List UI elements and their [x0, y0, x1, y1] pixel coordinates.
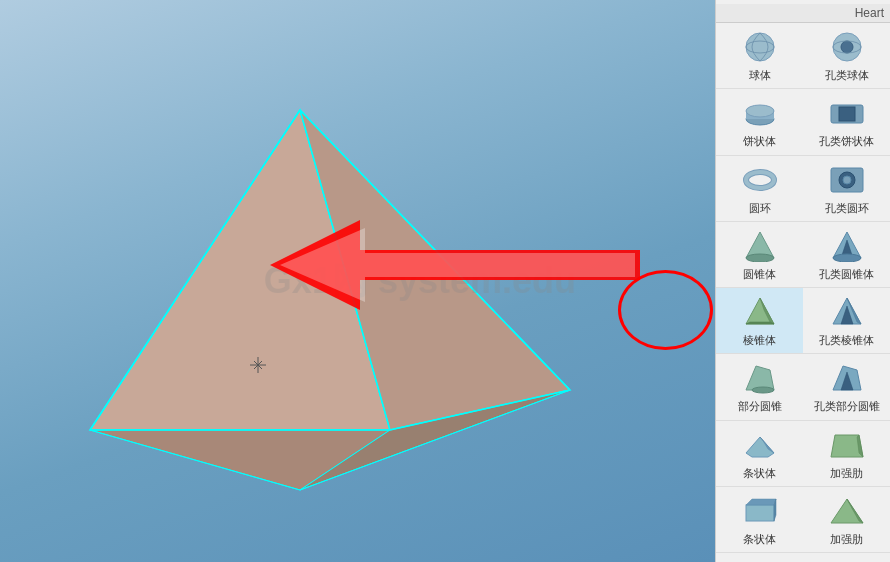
- svg-point-36: [833, 254, 861, 262]
- hole-pie-label: 孔类饼状体: [819, 134, 874, 148]
- bar2-label: 条状体: [743, 532, 776, 546]
- sidebar-row-0: 球体 孔类球体: [716, 23, 890, 89]
- hole-prism-label: 孔类棱锥体: [819, 333, 874, 347]
- prism-icon: [740, 294, 780, 330]
- svg-rect-51: [746, 505, 774, 521]
- rib-icon: [827, 427, 867, 463]
- sidebar-row-6: 条状体 加强肋: [716, 421, 890, 487]
- svg-point-31: [843, 176, 851, 184]
- sidebar-item-partial-cone[interactable]: 部分圆锥: [716, 354, 803, 419]
- sidebar-item-bar2[interactable]: 条状体: [716, 487, 803, 552]
- sidebar-item-pie[interactable]: 饼状体: [716, 89, 803, 154]
- sidebar-item-hole-partial-cone[interactable]: 孔类部分圆锥: [803, 354, 890, 419]
- sidebar-row-5: 部分圆锥 孔类部分圆锥: [716, 354, 890, 420]
- partial-cone-icon: [740, 360, 780, 396]
- prism-label: 棱锥体: [743, 333, 776, 347]
- sidebar-item-bar[interactable]: 条状体: [716, 421, 803, 486]
- svg-point-44: [752, 387, 774, 393]
- pie-label: 饼状体: [743, 134, 776, 148]
- svg-marker-52: [746, 499, 776, 505]
- svg-point-17: [746, 33, 774, 61]
- svg-marker-39: [746, 322, 774, 324]
- svg-point-33: [746, 254, 774, 262]
- sidebar-item-sphere[interactable]: 球体: [716, 23, 803, 88]
- sidebar-item-rib[interactable]: 加强肋: [803, 421, 890, 486]
- svg-rect-26: [839, 107, 855, 121]
- right-sidebar: Heart 球体 孔类球体: [715, 0, 890, 562]
- hole-torus-label: 孔类圆环: [825, 201, 869, 215]
- sidebar-item-torus[interactable]: 圆环: [716, 156, 803, 221]
- sidebar-header: Heart: [716, 4, 890, 23]
- torus-icon: [740, 162, 780, 198]
- cone-icon: [740, 228, 780, 264]
- svg-point-24: [746, 105, 774, 117]
- cone-label: 圆锥体: [743, 267, 776, 281]
- rib2-icon: [827, 493, 867, 529]
- svg-marker-43: [746, 366, 774, 390]
- sidebar-row-2: 圆环 孔类圆环: [716, 156, 890, 222]
- hole-sphere-label: 孔类球体: [825, 68, 869, 82]
- hole-pie-icon: [827, 95, 867, 131]
- sidebar-row-1: 饼状体 孔类饼状体: [716, 89, 890, 155]
- sidebar-item-hole-prism[interactable]: 孔类棱锥体: [803, 288, 890, 353]
- sidebar-row-3: 圆锥体 孔类圆锥体: [716, 222, 890, 288]
- heart-label: Heart: [855, 6, 884, 20]
- hole-cone-label: 孔类圆锥体: [819, 267, 874, 281]
- hole-partial-cone-label: 孔类部分圆锥: [814, 399, 880, 413]
- hole-partial-cone-icon: [827, 360, 867, 396]
- sidebar-item-prism[interactable]: 棱锥体: [716, 288, 803, 353]
- sphere-icon: [740, 29, 780, 65]
- hole-sphere-icon: [827, 29, 867, 65]
- bar-label: 条状体: [743, 466, 776, 480]
- sidebar-item-cone[interactable]: 圆锥体: [716, 222, 803, 287]
- 3d-viewport[interactable]: Gx1网 system.edu: [0, 0, 715, 562]
- hole-torus-icon: [827, 162, 867, 198]
- sidebar-row-7: 条状体 加强肋: [716, 487, 890, 553]
- pie-icon: [740, 95, 780, 131]
- rib2-label: 加强肋: [830, 532, 863, 546]
- svg-point-20: [841, 41, 853, 53]
- sidebar-item-hole-sphere[interactable]: 孔类球体: [803, 23, 890, 88]
- torus-label: 圆环: [749, 201, 771, 215]
- hole-prism-icon: [827, 294, 867, 330]
- sphere-label: 球体: [749, 68, 771, 82]
- sidebar-item-rib2[interactable]: 加强肋: [803, 487, 890, 552]
- partial-cone-label: 部分圆锥: [738, 399, 782, 413]
- sidebar-item-hole-cone[interactable]: 孔类圆锥体: [803, 222, 890, 287]
- svg-marker-47: [746, 437, 774, 457]
- bar-icon: [740, 427, 780, 463]
- hole-cone-icon: [827, 228, 867, 264]
- bar2-icon: [740, 493, 780, 529]
- rib-label: 加强肋: [830, 466, 863, 480]
- sidebar-item-hole-torus[interactable]: 孔类圆环: [803, 156, 890, 221]
- sidebar-item-hole-pie[interactable]: 孔类饼状体: [803, 89, 890, 154]
- sidebar-row-4: 棱锥体 孔类棱锥体: [716, 288, 890, 354]
